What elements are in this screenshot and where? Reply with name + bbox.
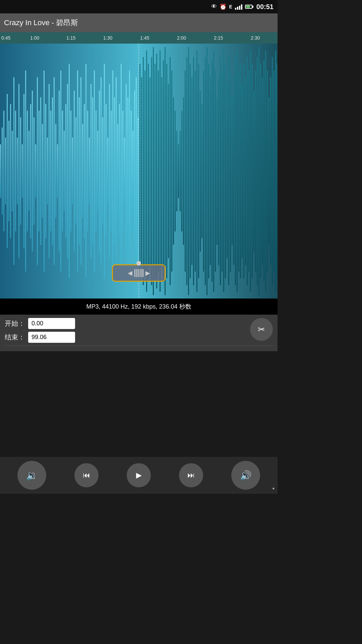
svg-rect-110 xyxy=(183,97,184,245)
svg-rect-44 xyxy=(72,138,73,205)
svg-rect-8 xyxy=(12,131,13,211)
svg-rect-12 xyxy=(18,84,19,258)
svg-rect-80 xyxy=(132,131,133,211)
svg-rect-144 xyxy=(240,64,241,278)
svg-rect-15 xyxy=(23,94,24,248)
svg-rect-66 xyxy=(109,84,110,258)
svg-rect-9 xyxy=(13,77,14,265)
svg-rect-117 xyxy=(195,70,196,272)
volume-up-button[interactable]: 🔊 + xyxy=(231,461,260,490)
divider xyxy=(5,345,273,346)
svg-rect-159 xyxy=(265,50,266,292)
svg-rect-55 xyxy=(90,84,92,258)
title-bar: Crazy In Love - 碧昂斯 xyxy=(0,13,278,32)
svg-rect-33 xyxy=(54,77,55,265)
svg-rect-22 xyxy=(35,144,36,198)
end-control-row: 结束： xyxy=(5,332,273,343)
scissors-icon: ✂ xyxy=(258,324,265,335)
svg-rect-140 xyxy=(233,77,234,265)
svg-rect-154 xyxy=(257,57,258,285)
svg-rect-42 xyxy=(69,64,70,278)
svg-rect-74 xyxy=(122,111,123,231)
svg-rect-56 xyxy=(92,97,93,245)
svg-rect-23 xyxy=(37,77,38,265)
svg-rect-45 xyxy=(74,91,75,252)
svg-rect-114 xyxy=(190,64,191,278)
svg-rect-163 xyxy=(272,57,273,285)
time-label-6: 2:00 xyxy=(177,35,186,41)
svg-rect-127 xyxy=(212,60,213,282)
svg-rect-132 xyxy=(220,57,221,285)
svg-rect-148 xyxy=(247,57,248,285)
info-bar: MP3, 44100 Hz, 192 kbps, 236.04 秒数 xyxy=(0,299,278,315)
svg-rect-67 xyxy=(111,111,112,231)
svg-rect-160 xyxy=(267,70,268,272)
svg-rect-54 xyxy=(89,138,90,205)
scissors-button[interactable]: ✂ xyxy=(250,318,273,341)
svg-rect-63 xyxy=(104,64,105,278)
svg-rect-47 xyxy=(77,70,78,272)
svg-rect-43 xyxy=(70,111,71,231)
svg-rect-118 xyxy=(196,50,197,292)
volume-down-button[interactable]: 🔉 xyxy=(17,461,46,490)
svg-rect-92 xyxy=(153,47,154,295)
drag-handle-bar[interactable]: ◀ ▶ xyxy=(112,264,166,282)
svg-rect-77 xyxy=(127,97,128,245)
svg-rect-89 xyxy=(148,64,149,278)
svg-rect-14 xyxy=(22,144,23,198)
svg-rect-153 xyxy=(255,70,256,272)
svg-rect-27 xyxy=(44,70,45,272)
fast-forward-button[interactable]: ⏭ xyxy=(179,463,203,487)
svg-rect-57 xyxy=(94,70,95,272)
svg-rect-136 xyxy=(227,84,228,258)
svg-rect-50 xyxy=(82,124,83,218)
svg-rect-6 xyxy=(8,121,9,221)
svg-rect-81 xyxy=(134,91,135,252)
svg-rect-138 xyxy=(230,70,231,272)
rewind-button[interactable]: ⏮ xyxy=(74,463,99,487)
start-input[interactable] xyxy=(28,318,75,329)
svg-rect-106 xyxy=(176,131,177,211)
svg-rect-73 xyxy=(121,64,122,278)
svg-rect-141 xyxy=(235,57,236,285)
svg-rect-31 xyxy=(50,111,51,231)
svg-rect-100 xyxy=(166,64,167,278)
svg-rect-137 xyxy=(228,57,229,285)
fast-forward-icon: ⏭ xyxy=(187,471,195,480)
svg-rect-58 xyxy=(96,111,97,231)
start-label: 开始： xyxy=(5,319,28,328)
left-arrow-icon: ◀ xyxy=(128,269,132,277)
svg-rect-38 xyxy=(62,111,63,231)
svg-rect-87 xyxy=(144,70,145,272)
svg-rect-21 xyxy=(34,117,35,225)
end-input[interactable] xyxy=(28,332,75,343)
svg-rect-165 xyxy=(275,50,276,292)
time-label-3: 1:15 xyxy=(66,35,75,41)
svg-rect-166 xyxy=(277,64,277,278)
svg-rect-5 xyxy=(7,94,8,248)
svg-rect-49 xyxy=(80,77,81,265)
volume-down-icon: 🔉 xyxy=(26,470,38,481)
svg-rect-155 xyxy=(258,47,259,295)
svg-rect-36 xyxy=(59,91,60,252)
svg-rect-128 xyxy=(213,50,214,292)
waveform-area[interactable]: ◀ ▶ xyxy=(0,44,278,299)
svg-rect-34 xyxy=(55,124,56,218)
svg-rect-112 xyxy=(186,57,187,285)
svg-rect-95 xyxy=(158,70,159,272)
drag-handle[interactable]: ◀ ▶ xyxy=(112,264,166,282)
svg-rect-17 xyxy=(27,111,28,231)
end-label: 结束： xyxy=(5,333,28,342)
svg-rect-72 xyxy=(119,104,120,238)
svg-rect-71 xyxy=(117,124,118,218)
svg-rect-83 xyxy=(137,117,138,225)
playback-bar: 🔉 ⏮ ▶ ⏭ 🔊 + xyxy=(0,457,278,494)
svg-rect-40 xyxy=(65,104,66,238)
svg-rect-115 xyxy=(191,77,192,265)
controls-area: 开始： 结束： ✂ xyxy=(0,315,278,351)
svg-rect-39 xyxy=(64,131,65,211)
svg-rect-29 xyxy=(47,138,48,205)
svg-rect-1 xyxy=(0,144,1,198)
play-button[interactable]: ▶ xyxy=(127,463,151,487)
svg-rect-88 xyxy=(146,50,147,292)
